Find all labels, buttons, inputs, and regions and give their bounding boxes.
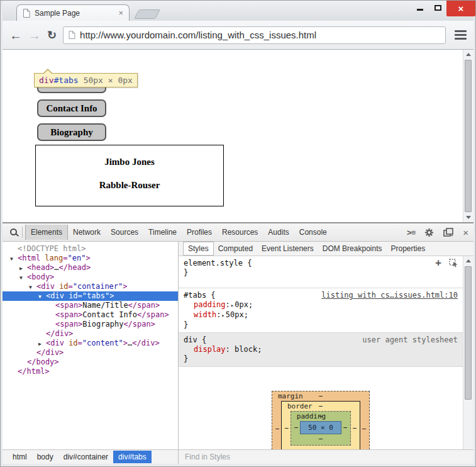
scroll-up-icon[interactable] <box>463 256 473 266</box>
user-agent-stylesheet-label: user agent stylesheet <box>362 335 458 345</box>
style-rule: element.style {} <box>179 256 463 288</box>
page-button-contact-info[interactable]: Contact Info <box>37 99 106 117</box>
card-title: Rabble-Rouser <box>36 180 223 191</box>
inspect-element-icon[interactable] <box>10 228 17 235</box>
styles-sidebar: StylesComputedEvent ListenersDOM Breakpo… <box>179 242 473 449</box>
breadcrumb-body[interactable]: body <box>32 451 58 463</box>
breadcrumb-div#tabs[interactable]: div#tabs <box>113 451 152 463</box>
new-tab-button[interactable] <box>134 9 160 19</box>
sidebar-tab-computed[interactable]: Computed <box>214 242 257 255</box>
border-right-value[interactable]: − <box>351 424 358 432</box>
breadcrumb-html[interactable]: html <box>8 451 32 463</box>
page-viewport: Name/TitleContact InfoBiography div#tabs… <box>3 50 473 222</box>
reload-button[interactable]: ↻ <box>47 28 57 42</box>
devtools-tab-console[interactable]: Console <box>294 225 332 240</box>
back-button[interactable]: ← <box>9 29 22 42</box>
collapse-arrow-icon[interactable]: ▼ <box>19 273 23 283</box>
devtools-tab-network[interactable]: Network <box>68 225 106 240</box>
tooltip-dimensions: 50px × 0px <box>84 76 133 85</box>
maximize-button[interactable] <box>429 1 446 13</box>
menu-icon[interactable] <box>455 30 467 40</box>
tab-close-icon[interactable]: × <box>118 9 123 17</box>
box-model-margin[interactable]: margin− − border− − padding− <box>272 391 370 449</box>
expand-arrow-icon[interactable]: ▶ <box>38 339 42 349</box>
devtools-panel: ElementsNetworkSourcesTimelineProfilesRe… <box>3 222 473 464</box>
dock-window-icon[interactable] <box>443 228 453 237</box>
forward-button[interactable]: → <box>28 29 41 42</box>
dom-tree-row[interactable]: ▼<body> <box>3 273 178 282</box>
padding-left-value[interactable]: − <box>292 424 300 432</box>
padding-label: padding <box>297 412 326 421</box>
dom-tree-row[interactable]: ▶<head>…</head> <box>3 263 178 273</box>
box-model-border[interactable]: border− − padding− − 50 × 0 <box>281 401 360 449</box>
page-scrollbar[interactable] <box>463 50 473 222</box>
scroll-up-icon[interactable] <box>463 50 473 59</box>
margin-left-value[interactable]: − <box>274 425 281 433</box>
settings-gear-icon[interactable] <box>424 228 434 237</box>
address-bar[interactable]: http://www.yourdomain.com/listing_with_c… <box>63 26 446 44</box>
devtools-tab-audits[interactable]: Audits <box>263 225 294 240</box>
devtools-statusbar: htmlbodydiv#containerdiv#tabs Find in St… <box>3 449 473 464</box>
border-left-value[interactable]: − <box>283 424 291 432</box>
devtools-tab-sources[interactable]: Sources <box>106 225 143 240</box>
sidebar-tab-styles[interactable]: Styles <box>183 242 214 256</box>
expand-arrow-icon[interactable]: ▶ <box>19 264 23 273</box>
sidebar-tab-event-listeners[interactable]: Event Listeners <box>257 242 318 255</box>
scroll-down-icon[interactable] <box>463 213 473 222</box>
collapse-arrow-icon[interactable]: ▼ <box>29 283 32 292</box>
dom-tree-row[interactable]: <span>Biography</span> <box>3 320 178 329</box>
scrollbar-thumb[interactable] <box>465 60 472 212</box>
stylesheet-source-link[interactable]: listing with cs…issues.html:10 <box>321 291 458 300</box>
close-button[interactable]: × <box>446 1 475 16</box>
devtools-tab-timeline[interactable]: Timeline <box>143 225 182 240</box>
dom-tree-row[interactable]: ▼<div id="container"> <box>3 282 178 291</box>
dom-tree-row[interactable]: ▶<div id="content">…</div> <box>3 339 178 348</box>
breadcrumb-div#container[interactable]: div#container <box>58 451 113 463</box>
devtools-close-icon[interactable]: × <box>463 227 468 238</box>
url-text: http://www.yourdomain.com/listing_with_c… <box>80 30 316 40</box>
toolbar-divider <box>22 227 23 238</box>
border-top-value[interactable]: − <box>319 402 323 410</box>
console-drawer-icon[interactable]: >≡ <box>407 228 415 237</box>
find-in-styles-input[interactable]: Find in Styles <box>179 450 473 464</box>
titlebar: Sample Page × <box>3 1 473 21</box>
dom-tree-row[interactable]: </div> <box>3 348 178 357</box>
css-property[interactable]: width:▸50px; <box>184 310 458 320</box>
page-favicon-icon <box>23 9 30 18</box>
box-model-padding[interactable]: padding− − 50 × 0 − − <box>291 411 351 446</box>
browser-tab[interactable]: Sample Page × <box>16 4 130 21</box>
dom-tree-row[interactable]: </div> <box>3 329 178 339</box>
margin-top-value[interactable]: − <box>319 392 323 400</box>
minimize-button[interactable] <box>411 1 429 13</box>
sidebar-tab-dom-breakpoints[interactable]: DOM Breakpoints <box>318 242 387 255</box>
padding-bottom-value[interactable]: − <box>319 435 323 443</box>
style-rule: div {user agent stylesheetdisplay: block… <box>179 333 463 367</box>
styles-content: + element.style {}#tabs {listing with cs… <box>179 256 473 449</box>
css-property[interactable]: display: block; <box>184 345 458 354</box>
dom-tree-row[interactable]: </html> <box>3 367 178 376</box>
devtools-tab-profiles[interactable]: Profiles <box>182 225 217 240</box>
tab-title: Sample Page <box>35 9 114 18</box>
margin-right-value[interactable]: − <box>360 425 368 433</box>
devtools-tab-elements[interactable]: Elements <box>25 225 68 240</box>
css-property[interactable]: padding:▸0px; <box>184 300 458 310</box>
dom-tree-row[interactable]: <span>Name/Title</span> <box>3 301 178 310</box>
styles-scrollbar[interactable] <box>463 256 473 449</box>
box-model-content[interactable]: 50 × 0 <box>300 421 341 434</box>
dom-tree-row[interactable]: ▼<div id="tabs"> <box>3 291 178 301</box>
border-bottom-value[interactable]: − <box>319 446 323 449</box>
browser-window: Sample Page × ← → ↻ http://www.yourdomai… <box>0 0 476 467</box>
border-label: border <box>287 402 313 411</box>
dom-tree-row[interactable]: <span>Contact Info</span> <box>3 310 178 320</box>
scrollbar-thumb[interactable] <box>465 266 472 400</box>
devtools-tab-resources[interactable]: Resources <box>217 225 263 240</box>
padding-right-value[interactable]: − <box>341 424 349 432</box>
page-button-biography[interactable]: Biography <box>37 123 106 141</box>
dom-tree-row[interactable]: ▼<html lang="en"> <box>3 254 178 263</box>
dom-tree-row[interactable]: <!DOCTYPE html> <box>3 244 178 254</box>
dom-tree-row[interactable]: </body> <box>3 357 178 367</box>
collapse-arrow-icon[interactable]: ▼ <box>38 292 42 301</box>
collapse-arrow-icon[interactable]: ▼ <box>10 254 13 264</box>
sidebar-tab-properties[interactable]: Properties <box>386 242 429 255</box>
devtools-toolbar: ElementsNetworkSourcesTimelineProfilesRe… <box>3 223 473 242</box>
